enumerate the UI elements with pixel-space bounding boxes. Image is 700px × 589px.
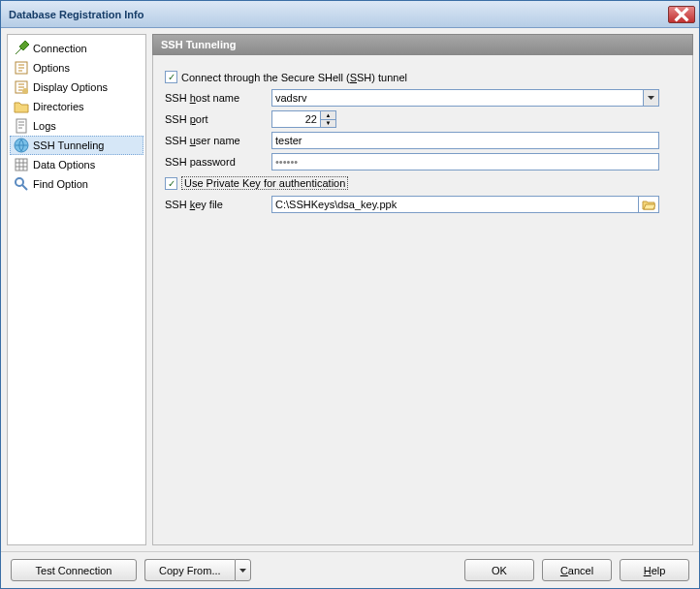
window-title: Database Registration Info — [5, 9, 668, 20]
sidebar-item-label: Directories — [33, 101, 84, 112]
port-row: SSH port ▲ ▼ — [165, 110, 681, 128]
connect-through-row: ✓ Connect through the Secure SHell (SSH)… — [165, 71, 681, 83]
port-spinner: ▲ ▼ — [271, 110, 337, 128]
key-file-row: SSH key file — [165, 196, 681, 213]
display-icon — [14, 79, 29, 95]
options-icon — [14, 60, 29, 76]
key-file-browse-button[interactable] — [638, 196, 659, 213]
sidebar-item-data-options[interactable]: Data Options — [10, 155, 143, 174]
password-input[interactable] — [271, 153, 659, 170]
key-file-label: SSH key file — [165, 199, 271, 210]
sidebar-item-label: Connection — [33, 43, 87, 54]
chevron-down-icon — [648, 96, 654, 100]
cancel-button[interactable]: Cancel — [542, 559, 612, 581]
connect-through-label: Connect through the Secure SHell (SSH) t… — [181, 72, 407, 83]
sidebar-item-directories[interactable]: Directories — [10, 97, 143, 116]
host-label: SSH host name — [165, 92, 271, 104]
footer: Test Connection Copy From... OK Cancel H… — [1, 551, 699, 588]
panel-title: SSH Tunneling — [152, 34, 693, 55]
svg-rect-5 — [16, 159, 27, 170]
data-icon — [14, 157, 29, 172]
copy-from-dropdown[interactable] — [235, 559, 251, 581]
sidebar-item-label: Display Options — [33, 81, 108, 93]
folder-open-icon — [642, 199, 655, 210]
chevron-down-icon — [239, 569, 246, 573]
sidebar-item-find-option[interactable]: Find Option — [10, 174, 143, 194]
port-label: SSH port — [165, 113, 271, 125]
key-file-field — [271, 196, 659, 213]
content-area: Connection Options Display Options Direc… — [1, 28, 699, 551]
logs-icon — [14, 118, 29, 134]
sidebar-item-label: SSH Tunneling — [33, 140, 104, 151]
copy-from-split: Copy From... — [144, 559, 251, 581]
port-input[interactable] — [271, 110, 320, 128]
connection-icon — [14, 41, 29, 56]
help-button[interactable]: Help — [620, 559, 689, 581]
sidebar-item-label: Find Option — [33, 178, 88, 190]
use-private-key-label: Use Private Key for authentication — [181, 176, 348, 190]
port-spin-down[interactable]: ▼ — [320, 119, 336, 129]
svg-point-2 — [22, 88, 28, 94]
user-input[interactable] — [271, 132, 659, 149]
connect-through-checkbox[interactable]: ✓ — [165, 71, 177, 83]
copy-from-button[interactable]: Copy From... — [144, 559, 235, 581]
sidebar-item-display-options[interactable]: Display Options — [10, 78, 143, 97]
ok-button[interactable]: OK — [464, 559, 534, 581]
main-panel: SSH Tunneling ✓ Connect through the Secu… — [152, 34, 693, 545]
sidebar-item-logs[interactable]: Logs — [10, 116, 143, 136]
key-file-input[interactable] — [271, 196, 638, 213]
svg-point-6 — [16, 178, 23, 186]
host-combo — [271, 89, 659, 107]
use-private-key-checkbox[interactable]: ✓ — [165, 177, 177, 190]
sidebar-item-options[interactable]: Options — [10, 58, 143, 78]
host-dropdown-button[interactable] — [643, 89, 659, 107]
test-connection-button[interactable]: Test Connection — [11, 559, 137, 581]
dialog-window: Database Registration Info Connection Op… — [0, 0, 700, 589]
password-row: SSH password — [165, 153, 681, 170]
host-input[interactable] — [271, 89, 643, 107]
sidebar-item-label: Data Options — [33, 159, 95, 170]
close-button[interactable] — [668, 6, 695, 23]
sidebar-item-label: Logs — [33, 120, 56, 132]
sidebar-item-connection[interactable]: Connection — [10, 39, 143, 58]
ssh-icon — [14, 138, 29, 153]
panel-body: ✓ Connect through the Secure SHell (SSH)… — [152, 55, 693, 545]
host-row: SSH host name — [165, 89, 681, 107]
sidebar-item-label: Options — [33, 62, 70, 74]
password-label: SSH password — [165, 156, 271, 168]
use-private-key-row: ✓ Use Private Key for authentication — [165, 176, 681, 190]
titlebar[interactable]: Database Registration Info — [1, 1, 699, 28]
close-icon — [674, 7, 689, 22]
directories-icon — [14, 99, 29, 114]
sidebar-item-ssh-tunneling[interactable]: SSH Tunneling — [10, 136, 143, 155]
sidebar: Connection Options Display Options Direc… — [7, 34, 146, 545]
user-label: SSH user name — [165, 135, 271, 146]
user-row: SSH user name — [165, 132, 681, 149]
svg-rect-3 — [16, 119, 26, 133]
find-icon — [14, 176, 29, 192]
port-spin-up[interactable]: ▲ — [320, 110, 336, 119]
